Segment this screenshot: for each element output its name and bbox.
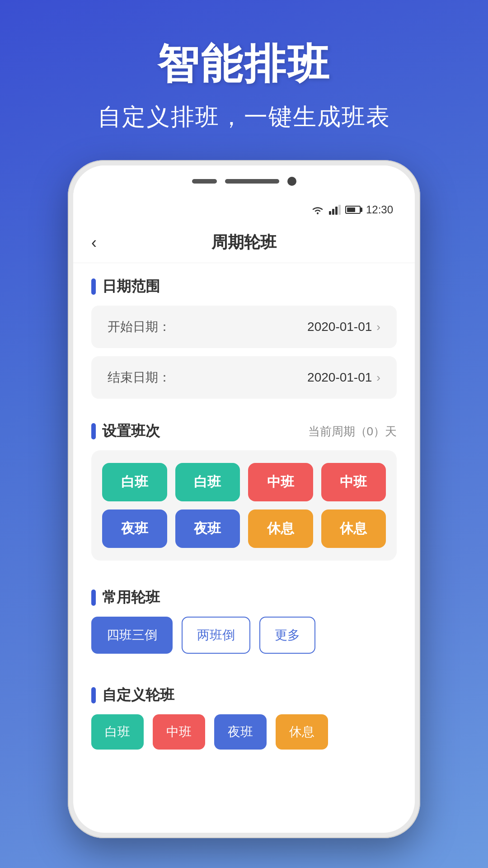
notch-dash-long	[225, 179, 279, 184]
phone-mockup: 12:30 ‹ 周期轮班 日期范围 开始日期：	[68, 160, 420, 838]
status-time: 12:30	[366, 203, 393, 216]
shift-btn-mid-2[interactable]: 中班	[321, 463, 386, 501]
notch-dash	[192, 179, 217, 184]
status-bar: 12:30	[73, 197, 415, 222]
date-range-dot	[91, 278, 96, 295]
start-date-field[interactable]: 开始日期： 2020-01-01 ›	[91, 306, 397, 348]
date-range-title-wrap: 日期范围	[91, 277, 160, 297]
end-date-chevron: ›	[376, 371, 380, 385]
svg-point-0	[317, 212, 319, 214]
end-date-value-wrap: 2020-01-01 ›	[307, 370, 380, 385]
rotation-btn-two[interactable]: 两班倒	[182, 617, 250, 654]
start-date-label: 开始日期：	[108, 318, 171, 335]
shift-setup-dot	[91, 423, 96, 439]
custom-rotation-section: 自定义轮班 白班 中班 夜班 休息	[73, 672, 415, 750]
shift-setup-section: 设置班次 当前周期（0）天 白班 白班 中班 中班 夜班 夜班 休息 休息	[73, 408, 415, 561]
custom-rotation-dot	[91, 687, 96, 703]
rotation-btn-more[interactable]: 更多	[259, 617, 315, 654]
back-button[interactable]: ‹	[91, 233, 97, 252]
date-range-header: 日期范围	[91, 277, 397, 297]
phone-notch	[73, 165, 415, 197]
common-rotation-section: 常用轮班 四班三倒 两班倒 更多	[73, 574, 415, 658]
svg-rect-3	[335, 207, 338, 215]
shift-grid: 白班 白班 中班 中班 夜班 夜班 休息 休息	[91, 450, 397, 561]
start-date-value: 2020-01-01	[307, 320, 372, 334]
date-range-section: 日期范围 开始日期： 2020-01-01 › 结束日期： 2020-01-01…	[73, 263, 415, 399]
custom-rotation-title-wrap: 自定义轮班	[91, 685, 174, 705]
app-content: ‹ 周期轮班 日期范围 开始日期： 2020-01-01 ›	[73, 222, 415, 833]
shift-btn-mid-1[interactable]: 中班	[248, 463, 313, 501]
common-rotation-title-wrap: 常用轮班	[91, 588, 160, 608]
custom-shift-row: 白班 中班 夜班 休息	[91, 714, 397, 750]
custom-rotation-header: 自定义轮班	[91, 685, 397, 705]
custom-rotation-title: 自定义轮班	[102, 685, 174, 705]
shift-setup-title: 设置班次	[102, 421, 160, 441]
battery-icon	[345, 206, 361, 214]
common-rotation-title: 常用轮班	[102, 588, 160, 608]
svg-rect-2	[332, 209, 334, 215]
shift-setup-header: 设置班次 当前周期（0）天	[91, 421, 397, 441]
shift-btn-rest-1[interactable]: 休息	[248, 509, 313, 548]
wifi-icon	[311, 205, 324, 215]
svg-rect-1	[329, 211, 331, 215]
custom-shift-night[interactable]: 夜班	[214, 714, 267, 750]
custom-shift-rest[interactable]: 休息	[276, 714, 328, 750]
nav-bar: ‹ 周期轮班	[73, 222, 415, 263]
date-range-title: 日期范围	[102, 277, 160, 297]
end-date-label: 结束日期：	[108, 369, 171, 386]
status-icons	[311, 205, 361, 215]
start-date-value-wrap: 2020-01-01 ›	[307, 320, 380, 334]
custom-shift-day[interactable]: 白班	[91, 714, 144, 750]
signal-icon	[329, 205, 341, 215]
shift-btn-rest-2[interactable]: 休息	[321, 509, 386, 548]
shift-btn-night-1[interactable]: 夜班	[102, 509, 167, 548]
rotation-btn-four[interactable]: 四班三倒	[91, 617, 173, 654]
notch-camera	[287, 177, 296, 186]
shift-btn-day-1[interactable]: 白班	[102, 463, 167, 501]
end-date-field[interactable]: 结束日期： 2020-01-01 ›	[91, 356, 397, 399]
main-title: 智能排班	[98, 36, 390, 92]
common-rotation-header: 常用轮班	[91, 588, 397, 608]
common-rotation-dot	[91, 590, 96, 606]
shift-setup-meta: 当前周期（0）天	[308, 424, 397, 439]
shift-btn-night-2[interactable]: 夜班	[175, 509, 240, 548]
nav-title: 周期轮班	[211, 231, 277, 254]
start-date-chevron: ›	[376, 320, 380, 334]
svg-rect-4	[338, 205, 341, 215]
shift-btn-day-2[interactable]: 白班	[175, 463, 240, 501]
end-date-value: 2020-01-01	[307, 370, 372, 385]
common-rotation-buttons: 四班三倒 两班倒 更多	[91, 617, 397, 658]
custom-shift-mid[interactable]: 中班	[153, 714, 205, 750]
shift-setup-title-wrap: 设置班次	[91, 421, 160, 441]
sub-title: 自定义排班，一键生成班表	[98, 101, 390, 133]
